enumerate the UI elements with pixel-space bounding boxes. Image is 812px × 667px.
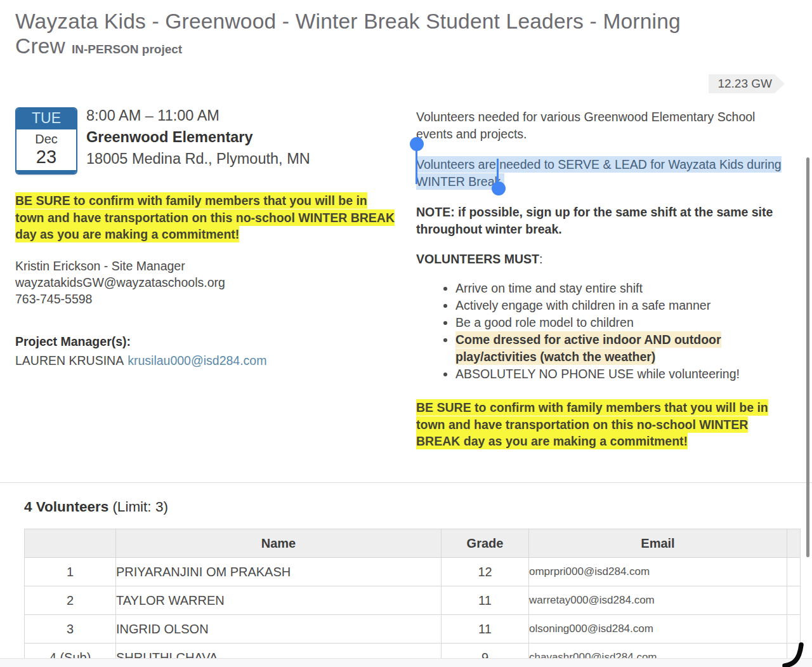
- column-header: [787, 529, 801, 558]
- event-venue: Greenwood Elementary: [86, 126, 310, 148]
- cell-num: 2: [25, 586, 116, 615]
- selection-caret-end: [497, 159, 499, 183]
- event-summary: TUE Dec 23 8:00 AM – 11:00 AM Greenwood …: [15, 107, 401, 175]
- cell-end: [787, 586, 801, 615]
- requirement-text: Arrive on time and stay entire shift: [455, 281, 643, 295]
- date-badge-label: 12.23 GW: [709, 74, 775, 93]
- cell-grade: 11: [442, 615, 529, 644]
- page-title: Wayzata Kids - Greenwood - Winter Break …: [15, 9, 770, 62]
- selection-handle-start-icon[interactable]: [410, 137, 424, 151]
- site-manager-name: Kristin Erickson - Site Manager: [15, 258, 401, 274]
- project-manager-label: Project Manager(s):: [15, 334, 401, 349]
- cell-end: [787, 558, 801, 586]
- project-manager-email-link[interactable]: krusilau000@isd284.com: [128, 353, 266, 367]
- event-time: 8:00 AM – 11:00 AM: [86, 105, 310, 126]
- calendar-day: 23: [16, 147, 76, 168]
- next-section-edge: [0, 658, 812, 667]
- badge-arrow-icon: [775, 74, 785, 93]
- project-page: Wayzata Kids - Greenwood - Winter Break …: [0, 9, 812, 667]
- date-badge-row: 12.23 GW: [15, 74, 785, 93]
- volunteer-row: 2TAYLOR WARREN11warretay000@isd284.com: [25, 586, 801, 615]
- cell-email: warretay000@isd284.com: [529, 586, 787, 615]
- column-header: Grade: [442, 529, 529, 558]
- requirement-text: Actively engage with children in a safe …: [455, 298, 710, 312]
- volunteers-limit: (Limit: 3): [112, 499, 168, 515]
- site-manager-phone: 763-745-5598: [15, 291, 401, 307]
- calendar-date-card: TUE Dec 23: [15, 107, 77, 175]
- page-title-line2: Crew: [15, 34, 65, 58]
- requirement-item: Actively engage with children in a safe …: [455, 297, 788, 314]
- project-manager-line: LAUREN KRUSINAkrusilau000@isd284.com: [15, 353, 401, 368]
- cell-num: 1: [25, 558, 116, 586]
- project-type-label: IN-PERSON project: [72, 43, 182, 56]
- right-column: Volunteers needed for various Greenwood …: [416, 107, 788, 462]
- requirement-item: Arrive on time and stay entire shift: [455, 280, 788, 297]
- volunteers-must-colon: :: [539, 252, 542, 266]
- requirement-text: ABSOLUTELY NO PHONE USE while volunteeri…: [455, 367, 740, 381]
- volunteer-row: 1PRIYARANJINI OM PRAKASH12omprpri000@isd…: [25, 558, 801, 586]
- column-header: Email: [529, 529, 787, 558]
- cell-name: TAYLOR WARREN: [116, 586, 442, 615]
- selected-text[interactable]: Volunteers are needed to SERVE & LEAD fo…: [416, 156, 782, 190]
- volunteers-heading: 4 Volunteers(Limit: 3): [24, 499, 812, 515]
- selection-handle-end-icon[interactable]: [492, 182, 506, 195]
- requirement-item: Come dressed for active indoor AND outdo…: [455, 331, 788, 366]
- requirement-text: Come dressed for active indoor AND outdo…: [455, 331, 721, 365]
- site-manager-contact: Kristin Erickson - Site Manager wayzatak…: [15, 258, 401, 307]
- commitment-alert-right: BE SURE to confirm with family members t…: [416, 399, 771, 450]
- volunteer-row: 3INGRID OLSON11olsoning000@isd284.com: [25, 615, 801, 644]
- volunteers-must-heading: VOLUNTEERS MUST:: [416, 252, 788, 267]
- volunteers-table: NameGradeEmail 1PRIYARANJINI OM PRAKASH1…: [24, 529, 801, 667]
- column-header: Name: [116, 529, 442, 558]
- volunteers-section: 4 Volunteers(Limit: 3) NameGradeEmail 1P…: [0, 482, 812, 667]
- site-manager-email: wayzatakidsGW@wayzataschools.org: [15, 274, 401, 291]
- note-paragraph: NOTE: if possible, sign up for the same …: [416, 204, 781, 238]
- calendar-footer-bar: [16, 170, 76, 173]
- description-intro: Volunteers needed for various Greenwood …: [416, 109, 788, 143]
- column-header: [25, 529, 116, 558]
- volunteers-count: 4 Volunteers: [24, 499, 108, 515]
- left-column: TUE Dec 23 8:00 AM – 11:00 AM Greenwood …: [15, 107, 401, 368]
- calendar-weekday: TUE: [16, 109, 76, 129]
- selected-paragraph[interactable]: Volunteers are needed to SERVE & LEAD fo…: [416, 156, 787, 190]
- project-manager-name: LAUREN KRUSINA: [15, 353, 124, 367]
- cell-name: INGRID OLSON: [116, 615, 442, 644]
- vertical-scrollbar-thumb[interactable]: [806, 157, 809, 557]
- requirement-item: ABSOLUTELY NO PHONE USE while volunteeri…: [455, 366, 788, 383]
- black-curve-mark: [782, 637, 812, 667]
- cell-name: PRIYARANJINI OM PRAKASH: [116, 558, 442, 586]
- cell-grade: 12: [442, 558, 529, 586]
- date-badge: 12.23 GW: [709, 74, 785, 93]
- cell-email: olsoning000@isd284.com: [529, 615, 787, 644]
- event-details: 8:00 AM – 11:00 AM Greenwood Elementary …: [86, 105, 310, 175]
- cell-email: omprpri000@isd284.com: [529, 558, 787, 586]
- volunteers-header-row: NameGradeEmail: [25, 529, 801, 558]
- event-address: 18005 Medina Rd., Plymouth, MN: [86, 148, 310, 169]
- commitment-alert-left: BE SURE to confirm with family members t…: [15, 192, 396, 243]
- commitment-alert-right-text: BE SURE to confirm with family members t…: [416, 399, 768, 449]
- volunteers-table-body: 1PRIYARANJINI OM PRAKASH12omprpri000@isd…: [25, 558, 801, 667]
- requirement-item: Be a good role model to children: [455, 314, 788, 331]
- commitment-alert-left-text: BE SURE to confirm with family members t…: [15, 192, 395, 242]
- selection-caret-start: [416, 150, 417, 184]
- cell-grade: 11: [442, 586, 529, 615]
- volunteers-must-label: VOLUNTEERS MUST: [416, 252, 539, 266]
- volunteer-requirements-list: Arrive on time and stay entire shiftActi…: [416, 280, 788, 383]
- content-columns: TUE Dec 23 8:00 AM – 11:00 AM Greenwood …: [15, 107, 812, 462]
- calendar-month: Dec: [16, 131, 76, 147]
- cell-num: 3: [25, 615, 116, 644]
- page-title-line1: Wayzata Kids - Greenwood - Winter Break …: [15, 10, 681, 33]
- requirement-text: Be a good role model to children: [455, 315, 634, 329]
